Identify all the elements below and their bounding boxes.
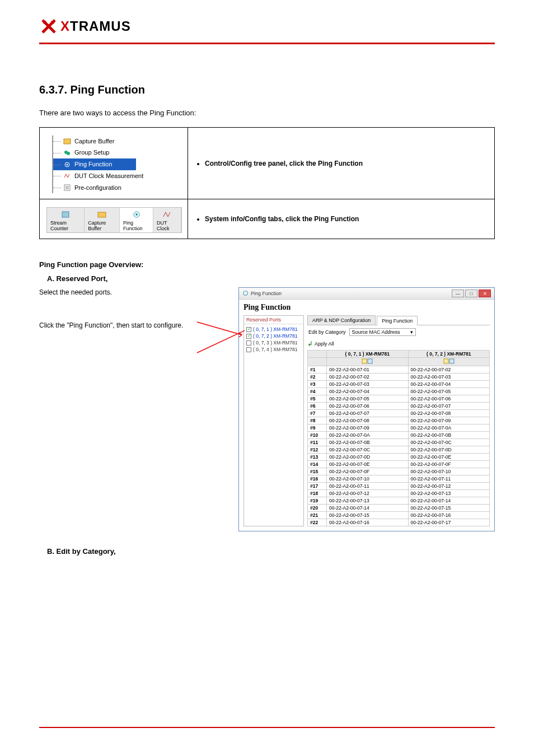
tab-ping-function-inner[interactable]: Ping Function <box>377 316 418 325</box>
table-row: #1700-22-A2-00-07-1100-22-A2-00-07-12 <box>308 483 490 490</box>
table-row: #1400-22-A2-00-07-0E00-22-A2-00-07-0F <box>308 461 490 468</box>
mac-table: ( 0, 7, 1 ) XM-RM781( 0, 7, 2 ) XM-RM781… <box>307 350 490 526</box>
ping-icon <box>63 161 71 169</box>
group-icon <box>63 149 71 157</box>
table-row: #2100-22-A2-00-07-1500-22-A2-00-07-16 <box>308 512 490 519</box>
col-header-2: ( 0, 7, 2 ) XM-RM781 <box>408 351 490 358</box>
table-row: #900-22-A2-00-07-0900-22-A2-00-07-0A <box>308 424 490 432</box>
apply-all-label[interactable]: Apply All <box>315 341 334 347</box>
svg-rect-8 <box>62 212 69 217</box>
col-icon-2[interactable] <box>408 358 490 366</box>
tree-item-ping-function[interactable]: Ping Function <box>52 158 136 170</box>
item-a: A. Reserved Port, <box>47 274 495 283</box>
access-row-2: Stream Counter Capture Buffer Ping Funct… <box>39 199 495 239</box>
reserved-ports-panel: Reserved Ports ✓( 0, 7, 1 ) XM-RM781✓( 0… <box>243 315 304 526</box>
table-row: #1800-22-A2-00-07-1200-22-A2-00-07-13 <box>308 490 490 497</box>
checkbox-icon: ✓ <box>246 334 251 339</box>
logo-text: XTRAMUS <box>60 18 131 34</box>
table-row: #300-22-A2-00-07-0300-22-A2-00-07-04 <box>308 381 490 388</box>
overview-label: Ping Function page Overview: <box>39 260 495 269</box>
tab-dut-clock[interactable]: DUT Clock <box>153 208 181 232</box>
table-row: #400-22-A2-00-07-0400-22-A2-00-07-05 <box>308 388 490 395</box>
tab-capture-buffer[interactable]: Capture Buffer <box>85 208 120 232</box>
para-a1: Select the needed ports. <box>39 287 228 298</box>
tab-bar-snippet: Stream Counter Capture Buffer Ping Funct… <box>40 199 188 239</box>
svg-point-11 <box>135 213 138 216</box>
access-desc-1: Control/Config tree panel, click the Pin… <box>205 158 486 169</box>
buffer-icon <box>97 210 107 219</box>
tab-stream-counter[interactable]: Stream Counter <box>47 208 85 232</box>
svg-rect-13 <box>362 359 367 363</box>
close-button[interactable]: ✕ <box>479 290 491 297</box>
counter-icon <box>60 210 71 219</box>
item-b: B. Edit by Category, <box>47 547 495 556</box>
svg-point-0 <box>43 21 46 24</box>
ping-title-icon <box>242 290 249 297</box>
reserved-port-item[interactable]: ( 0, 7, 4 ) XM-RM781 <box>246 346 301 353</box>
checkbox-icon <box>246 340 251 346</box>
tab-ping-function[interactable]: Ping Function <box>120 208 153 232</box>
minimize-button[interactable]: — <box>452 290 464 297</box>
apply-arrow-icon: ↲ <box>307 340 313 348</box>
page-header: XTRAMUS <box>0 0 534 40</box>
intro-text: There are two ways to access the Ping Fu… <box>39 108 495 119</box>
table-row: #1900-22-A2-00-07-1300-22-A2-00-07-14 <box>308 497 490 505</box>
svg-rect-15 <box>444 359 448 363</box>
reserved-port-item[interactable]: ✓( 0, 7, 1 ) XM-RM781 <box>246 326 301 333</box>
tree-item-dut-clock[interactable]: DUT Clock Measurement <box>52 170 182 182</box>
svg-rect-14 <box>368 359 372 363</box>
reserved-ports-label: Reserved Ports <box>244 316 303 324</box>
checkbox-icon <box>246 347 251 352</box>
svg-rect-9 <box>98 212 106 217</box>
access-desc-2: System info/Config tabs, click the Ping … <box>205 214 486 224</box>
svg-point-12 <box>243 291 248 295</box>
reserved-port-item[interactable]: ✓( 0, 7, 2 ) XM-RM781 <box>246 333 301 339</box>
svg-rect-2 <box>64 139 71 144</box>
logo: XTRAMUS <box>39 17 495 36</box>
table-row: #1500-22-A2-00-07-0F00-22-A2-00-07-10 <box>308 468 490 475</box>
folder-icon <box>63 137 71 145</box>
svg-point-1 <box>51 21 54 24</box>
ping-tab-icon <box>132 210 142 219</box>
para-a2: Click the "Ping Function", then start to… <box>39 320 228 331</box>
table-row: #1300-22-A2-00-07-0D00-22-A2-00-07-0E <box>308 454 490 461</box>
table-row: #100-22-A2-00-07-0100-22-A2-00-07-02 <box>308 366 490 374</box>
table-row: #1200-22-A2-00-07-0C00-22-A2-00-07-0D <box>308 446 490 454</box>
table-row: #600-22-A2-00-07-0600-22-A2-00-07-07 <box>308 403 490 410</box>
access-row-1: Capture Buffer Group Setup Ping Function… <box>39 127 495 199</box>
window-titlebar: Ping Function — □ ✕ <box>239 288 494 300</box>
config-icon <box>63 184 71 192</box>
dut-clock-icon <box>162 210 172 219</box>
footer-divider <box>39 727 495 728</box>
table-row: #2000-22-A2-00-07-1400-22-A2-00-07-15 <box>308 505 490 512</box>
svg-rect-16 <box>449 359 454 363</box>
tree-item-pre-config[interactable]: Pre-configuration <box>52 182 182 194</box>
checkbox-icon: ✓ <box>246 327 251 332</box>
table-row: #1000-22-A2-00-07-0A00-22-A2-00-07-0B <box>308 432 490 439</box>
table-row: #2200-22-A2-00-07-1600-22-A2-00-07-17 <box>308 519 490 526</box>
logo-mark-icon <box>39 17 58 36</box>
table-row: #1600-22-A2-00-07-1000-22-A2-00-07-11 <box>308 475 490 483</box>
col-icon-1[interactable] <box>327 358 409 366</box>
window-heading: Ping Function <box>243 303 490 312</box>
table-row: #200-22-A2-00-07-0200-22-A2-00-07-03 <box>308 374 490 381</box>
window-title-text: Ping Function <box>251 291 282 296</box>
table-row: #800-22-A2-00-07-0800-22-A2-00-07-09 <box>308 417 490 424</box>
svg-point-4 <box>67 152 70 155</box>
table-row: #1100-22-A2-00-07-0B00-22-A2-00-07-0C <box>308 439 490 446</box>
table-row: #500-22-A2-00-07-0500-22-A2-00-07-06 <box>308 395 490 403</box>
table-row: #700-22-A2-00-07-0700-22-A2-00-07-08 <box>308 410 490 417</box>
maximize-button[interactable]: □ <box>465 290 477 297</box>
section-title: 6.3.7. Ping Function <box>39 83 495 96</box>
reserved-port-item[interactable]: ( 0, 7, 3 ) XM-RM781 <box>246 339 301 346</box>
svg-point-6 <box>67 164 68 165</box>
tab-arp-ndp[interactable]: ARP & NDP Configuration <box>307 315 376 325</box>
chevron-down-icon: ▾ <box>410 329 413 335</box>
tree-item-group-setup[interactable]: Group Setup <box>52 147 182 158</box>
tree-panel-snippet: Capture Buffer Group Setup Ping Function… <box>40 128 188 199</box>
edit-category-select[interactable]: Source MAC Address ▾ <box>349 328 416 336</box>
edit-category-label: Edit by Category <box>308 329 346 335</box>
clock-icon <box>63 172 71 180</box>
tree-item-capture-buffer[interactable]: Capture Buffer <box>52 136 182 147</box>
col-header-1: ( 0, 7, 1 ) XM-RM781 <box>327 351 409 358</box>
